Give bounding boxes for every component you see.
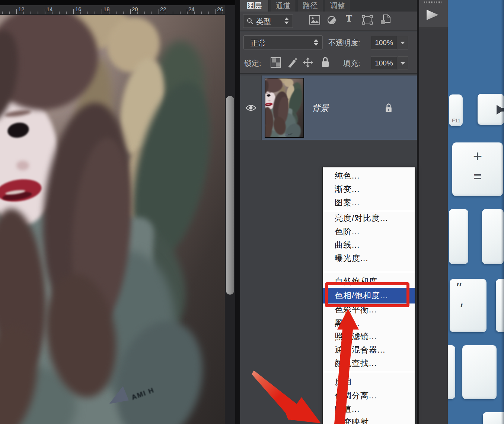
menu-item-levels[interactable]: 色阶...: [323, 225, 415, 238]
fill-value[interactable]: 100%: [371, 56, 397, 70]
dropdown-arrows-icon: [314, 39, 318, 46]
panel-tab-bar: 图层 通道 路径 调整: [240, 0, 417, 12]
canvas-panel-divider: [235, 0, 240, 424]
filter-type-label: 类型: [256, 17, 271, 27]
filter-shape-layers-icon[interactable]: [362, 15, 373, 25]
filter-pixel-layers-icon[interactable]: [309, 15, 320, 25]
canvas-area: 12 14 16 18 20 22 24 26: [0, 0, 235, 424]
lock-pixels-brush-icon[interactable]: [287, 57, 299, 68]
blend-mode-value: 正常: [251, 38, 266, 48]
tab-layers[interactable]: 图层: [240, 0, 269, 12]
filter-text-layers-icon[interactable]: T: [346, 13, 352, 24]
menu-separator: [323, 272, 415, 272]
lock-fill-row: 锁定: 填充: 100%: [240, 52, 417, 74]
layer-row-background[interactable]: AMI H 背景: [240, 76, 417, 140]
key-plus-equals: + =: [452, 142, 503, 196]
ruler-number: 24: [188, 6, 195, 12]
fill-dropdown-arrow[interactable]: [398, 56, 408, 70]
visibility-column[interactable]: [240, 76, 262, 140]
key-volume: [478, 94, 504, 125]
menu-separator: [323, 372, 415, 372]
horizontal-ruler: 12 14 16 18 20 22 24 26: [0, 5, 225, 15]
menu-item-channel-mixer[interactable]: 通道混合器...: [323, 343, 415, 357]
lock-all-icon[interactable]: [321, 57, 329, 68]
dropdown-arrows-icon: [284, 17, 289, 24]
search-icon: [247, 18, 253, 25]
blend-opacity-row: 正常 不透明度: 100%: [240, 32, 417, 52]
play-triangle-icon[interactable]: [427, 10, 438, 20]
menu-item-color-lookup[interactable]: 颜色查找...: [323, 357, 415, 370]
speaker-icon: [497, 105, 504, 115]
opacity-label: 不透明度:: [328, 38, 360, 48]
key-blank: [483, 412, 504, 424]
layer-thumbnail[interactable]: AMI H: [265, 78, 304, 138]
opacity-dropdown-arrow[interactable]: [398, 36, 408, 49]
keyboard-photo: F11 + = " ': [448, 0, 504, 424]
photo-art: AMI H: [265, 78, 304, 138]
menu-item-exposure[interactable]: 曝光度...: [323, 252, 415, 265]
key-blank: [449, 209, 468, 264]
opacity-value[interactable]: 100%: [371, 36, 397, 49]
highlight-rectangle-annotation: [325, 282, 409, 307]
key-blank: [462, 345, 497, 399]
scrollbar-thumb[interactable]: [226, 96, 234, 295]
key-blank: [448, 345, 455, 399]
menu-item-solid-color[interactable]: 纯色...: [323, 169, 415, 183]
eye-icon[interactable]: [245, 103, 256, 112]
layer-filter-row: 类型 T: [240, 12, 417, 31]
key-f11-label: F11: [452, 118, 460, 123]
ruler-number: 18: [103, 6, 110, 12]
key-blank: [496, 279, 504, 332]
filter-adjustment-layers-icon[interactable]: [327, 16, 336, 25]
filter-type-dropdown[interactable]: 类型: [243, 14, 293, 28]
filter-smart-objects-icon[interactable]: [380, 15, 390, 25]
menu-item-pattern[interactable]: 图案...: [323, 196, 415, 209]
ruler-number: 26: [217, 6, 223, 12]
tab-channels[interactable]: 通道: [271, 0, 296, 12]
collapsed-panel-dock: [419, 0, 448, 424]
layer-name[interactable]: 背景: [312, 103, 329, 114]
key-apostrophe-label: ': [457, 301, 464, 317]
menu-item-brightness-contrast[interactable]: 亮度/对比度...: [323, 212, 415, 225]
dock-grip-icon: [424, 1, 441, 3]
key-quote: " ': [450, 279, 487, 332]
key-quote-label: ": [454, 280, 463, 296]
layer-thumbnail-image: AMI H: [265, 78, 304, 138]
key-f11: F11: [449, 94, 463, 126]
canvas-photo: AMI H: [0, 15, 225, 424]
menu-item-gradient[interactable]: 渐变...: [323, 183, 415, 196]
menu-separator: [323, 211, 415, 211]
fill-label: 填充:: [343, 58, 360, 68]
ruler-number: 22: [160, 6, 166, 12]
menu-item-photo-filter[interactable]: 照片滤镜...: [323, 330, 415, 343]
photo-art: AMI H: [0, 15, 225, 424]
menu-item-invert[interactable]: 反相: [323, 375, 415, 389]
tab-paths[interactable]: 路径: [298, 0, 323, 12]
lock-position-move-icon[interactable]: [302, 57, 313, 68]
photoshop-workspace: 12 14 16 18 20 22 24 26: [0, 0, 504, 424]
lock-transparency-icon[interactable]: [271, 57, 281, 68]
lock-label: 锁定:: [244, 58, 261, 68]
ruler-number: 16: [75, 6, 82, 12]
canvas-top-strip: [0, 0, 235, 5]
vertical-scrollbar[interactable]: [225, 5, 235, 424]
key-plus-label: +: [473, 148, 482, 166]
ruler-number: 12: [18, 6, 25, 12]
ruler-number: 14: [47, 6, 53, 12]
dock-header: [419, 0, 448, 28]
layer-lock-icon: [385, 103, 392, 113]
blend-mode-dropdown[interactable]: 正常: [243, 35, 323, 49]
key-blank: [482, 209, 504, 264]
menu-item-curves[interactable]: 曲线...: [323, 238, 415, 252]
tab-adjustments[interactable]: 调整: [325, 0, 350, 12]
menu-item-black-white[interactable]: 黑白...: [323, 317, 415, 330]
key-equals-label: =: [473, 169, 481, 185]
ruler-number: 20: [132, 6, 138, 12]
